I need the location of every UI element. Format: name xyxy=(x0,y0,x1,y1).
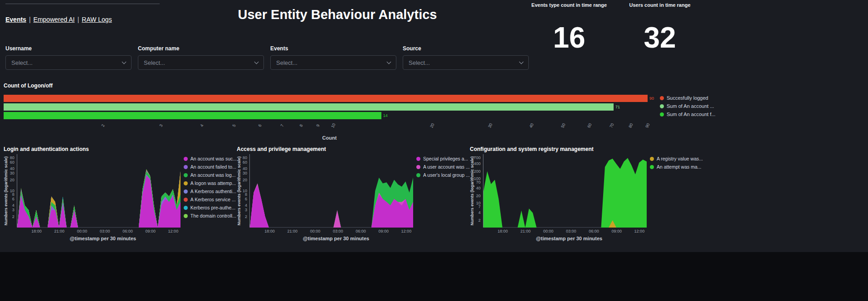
y-axis-tick: 3 xyxy=(245,208,247,212)
bar-row: 14 xyxy=(4,112,655,120)
area-chart-plot[interactable] xyxy=(17,154,180,228)
legend-item[interactable]: An account was suc... xyxy=(184,156,237,161)
legend-dot-icon xyxy=(650,157,654,161)
select-placeholder: Select... xyxy=(276,59,297,66)
y-axis-tick: 2 xyxy=(245,214,247,219)
x-axis-label: @timestamp per 30 minutes xyxy=(488,236,651,241)
x-axis-tick: 30 xyxy=(488,122,493,128)
legend-label: Succesfully logged xyxy=(667,95,708,101)
x-axis-tick: 2 xyxy=(100,124,105,128)
events-select[interactable]: Select... xyxy=(270,55,396,70)
bar-area: 907114 xyxy=(4,94,655,120)
select-placeholder: Select... xyxy=(409,59,430,66)
x-axis-tick: 03:00 xyxy=(100,229,110,233)
stat-label: Users count in time range xyxy=(617,2,703,8)
filter-events: Events Select... xyxy=(270,45,396,70)
y-axis-ticks: 80604030201086432 xyxy=(241,154,249,228)
legend-item[interactable]: Sum of An account f... xyxy=(660,112,714,117)
x-axis-tick: 09:00 xyxy=(611,229,622,233)
legend-label: A Kerberos service ... xyxy=(190,197,236,202)
legend-dot-icon xyxy=(416,165,420,169)
x-axis-tick: 40 xyxy=(528,122,534,128)
chart-title: Access and privilege management xyxy=(237,146,470,152)
select-placeholder: Select... xyxy=(144,59,165,66)
x-axis-tick: 21:00 xyxy=(287,229,297,233)
legend-item[interactable]: An account was log... xyxy=(184,172,237,178)
source-select[interactable]: Select... xyxy=(403,55,529,70)
x-axis-tick: 9 xyxy=(316,124,321,128)
x-axis-tick: 00:00 xyxy=(543,229,554,233)
chart-legend: A registry value was...An attempt was ma… xyxy=(646,154,703,228)
legend-label: A user's local group ... xyxy=(423,172,470,178)
logon-chart-panel: Count of Logon/off 907114 23456789102030… xyxy=(4,83,714,141)
x-axis-tick: 06:00 xyxy=(589,229,599,233)
x-axis-tick: 7 xyxy=(279,124,284,128)
y-axis-ticks: 70040020010070402010742 xyxy=(474,154,483,228)
x-axis-ticks: 18:0021:0000:0003:0006:0009:0012:00 xyxy=(21,228,185,233)
y-axis-label-text: Numbers events (logarithmic scale) xyxy=(4,156,8,225)
legend-label: A Kerberos authenti... xyxy=(190,189,236,194)
bar[interactable] xyxy=(4,103,614,111)
x-axis-tick: 3 xyxy=(158,124,163,128)
computer-name-select[interactable]: Select... xyxy=(138,55,264,70)
access-privilege-chart-panel: Access and privilege management Numbers … xyxy=(237,146,470,241)
legend-item[interactable]: Sum of An account ... xyxy=(660,103,714,109)
area-chart-plot[interactable] xyxy=(483,154,646,228)
legend-label: An account was log... xyxy=(190,172,236,178)
y-axis-tick: 4 xyxy=(478,210,481,215)
logon-x-axis-label: Count xyxy=(4,135,655,141)
area-series xyxy=(17,171,180,228)
legend-label: A logon was attemp... xyxy=(190,180,236,186)
y-axis-tick: 8 xyxy=(245,192,247,197)
x-axis-tick: 70 xyxy=(609,122,614,128)
y-axis-label-text: Numbers events (logarithmic scale) xyxy=(237,156,241,225)
legend-item[interactable]: Kerberos pre-authe... xyxy=(184,205,237,210)
legend-dot-icon xyxy=(184,189,188,194)
legend-item[interactable]: The domain controll... xyxy=(184,213,237,218)
area-chart-svg xyxy=(17,154,180,228)
legend-item[interactable]: Special privileges a... xyxy=(416,156,470,161)
area-chart-plot[interactable] xyxy=(249,154,413,228)
legend-item[interactable]: A logon was attemp... xyxy=(184,180,237,186)
stat-events-type-count: Events type count in time range 16 xyxy=(526,2,612,52)
legend-item[interactable]: Succesfully logged xyxy=(660,95,714,101)
bar[interactable] xyxy=(4,95,648,102)
y-axis-tick: 2 xyxy=(478,218,481,223)
filter-username: Username Select... xyxy=(5,45,132,70)
legend-item[interactable]: A Kerberos authenti... xyxy=(184,189,237,194)
legend-dot-icon xyxy=(650,165,654,169)
area-chart-svg xyxy=(483,154,647,228)
x-axis-ticks: 18:0021:0000:0003:0006:0009:0012:00 xyxy=(254,228,418,233)
legend-item[interactable]: A registry value was... xyxy=(650,156,703,161)
area-series xyxy=(483,158,647,228)
legend-item[interactable]: A Kerberos service ... xyxy=(184,197,237,202)
bar[interactable] xyxy=(4,112,381,119)
y-axis-label-text: Numbers events (logarithmic scale) xyxy=(470,156,474,225)
y-axis-tick: 20 xyxy=(476,194,481,198)
legend-item[interactable]: A user account was ... xyxy=(416,164,470,170)
username-select[interactable]: Select... xyxy=(5,55,132,70)
x-axis-tick: 10 xyxy=(330,122,336,128)
legend-item[interactable]: An account failed to... xyxy=(184,164,237,170)
x-axis-tick: 21:00 xyxy=(520,229,531,233)
x-axis-tick: 8 xyxy=(299,124,304,128)
legend-dot-icon xyxy=(660,112,664,117)
y-axis-tick: 700 xyxy=(474,155,481,160)
legend-dot-icon xyxy=(184,181,188,185)
y-axis-tick: 80 xyxy=(243,155,247,160)
login-authentication-chart-panel: Login and authentication actions Numbers… xyxy=(4,146,237,241)
legend-label: A user account was ... xyxy=(423,164,470,170)
legend-item[interactable]: An attempt was ma... xyxy=(650,164,703,170)
legend-item[interactable]: A user's local group ... xyxy=(416,172,470,178)
filter-row: Username Select... Computer name Select.… xyxy=(5,45,529,70)
chevron-down-icon xyxy=(122,60,127,64)
x-axis-tick: 00:00 xyxy=(77,229,88,233)
legend-dot-icon xyxy=(660,104,664,108)
y-axis-label: Numbers events (logarithmic scale) xyxy=(237,154,241,228)
x-axis-tick: 03:00 xyxy=(566,229,576,233)
y-axis-tick: 6 xyxy=(245,197,247,201)
x-axis-tick: 50 xyxy=(561,122,566,128)
stat-value: 32 xyxy=(617,23,703,52)
y-axis-ticks: 80604030201086432 xyxy=(8,154,17,228)
x-axis-tick: 90 xyxy=(644,122,650,128)
